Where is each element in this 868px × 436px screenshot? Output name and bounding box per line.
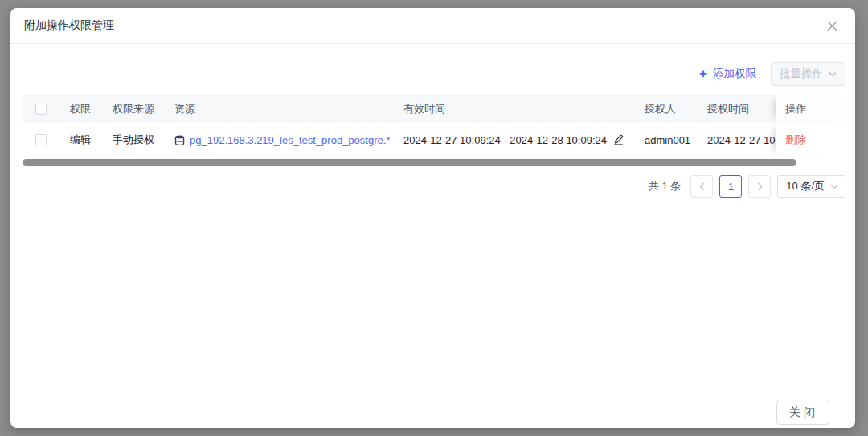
col-header-source: 权限来源	[103, 95, 165, 123]
chevron-right-icon	[757, 182, 763, 191]
cell-grant-time: 2024-12-27 10:09:24	[698, 123, 776, 157]
page-size-label: 10 条/页	[786, 179, 825, 194]
modal-footer: 关闭	[23, 397, 845, 428]
batch-actions-button[interactable]: 批量操作	[771, 62, 845, 86]
col-header-grantor: 授权人	[635, 95, 698, 123]
chevron-down-icon	[830, 184, 838, 189]
col-header-valid-time: 有效时间	[394, 95, 635, 123]
cell-grantor: admin001	[635, 123, 698, 157]
header-checkbox-cell	[23, 95, 60, 123]
table-header-row: 权限 权限来源 资源 有效时间 授权人 授权时间 操作	[23, 95, 845, 123]
cell-permission: 编辑	[60, 123, 103, 157]
resource-link-label: pg_192.168.3.219_les_test_prod_postgre.*	[190, 134, 390, 146]
chevron-left-icon	[699, 182, 705, 191]
col-header-grant-time: 授权时间	[698, 95, 776, 123]
add-permission-label: 添加权限	[713, 67, 756, 81]
database-icon	[174, 135, 185, 145]
toolbar: + 添加权限 批量操作	[23, 62, 845, 86]
batch-actions-label: 批量操作	[780, 67, 823, 81]
page-number-button[interactable]: 1	[719, 175, 742, 198]
close-button[interactable]: 关闭	[776, 401, 829, 425]
permissions-table: 权限 权限来源 资源 有效时间 授权人 授权时间 操作 编辑 手动授权	[23, 95, 845, 166]
chevron-down-icon	[829, 71, 837, 77]
pagination: 共 1 条 1 10 条/页	[23, 174, 845, 198]
resource-link[interactable]: pg_192.168.3.219_les_test_prod_postgre.*	[174, 134, 390, 146]
pagination-total: 共 1 条	[649, 179, 681, 194]
table-row: 编辑 手动授权 pg_192.168.3.219_les_test_prod_p…	[23, 123, 845, 157]
col-header-actions: 操作	[776, 95, 845, 123]
horizontal-scrollbar-thumb[interactable]	[23, 159, 796, 166]
valid-time-value: 2024-12-27 10:09:24 - 2024-12-28 10:09:2…	[403, 134, 607, 146]
col-header-resource: 资源	[165, 95, 394, 123]
pencil-icon	[613, 134, 624, 145]
cell-valid-time: 2024-12-27 10:09:24 - 2024-12-28 10:09:2…	[394, 123, 635, 157]
horizontal-scrollbar	[23, 158, 845, 166]
edit-valid-time-icon[interactable]	[613, 134, 624, 145]
delete-button[interactable]: 删除	[785, 132, 806, 147]
cell-resource: pg_192.168.3.219_les_test_prod_postgre.*	[165, 123, 394, 157]
cell-actions: 删除	[776, 123, 845, 157]
row-checkbox-cell	[23, 123, 60, 157]
col-header-permission: 权限	[60, 95, 103, 123]
overlay-backdrop: 附加操作权限管理 + 添加权限 批量操作	[0, 0, 868, 436]
cell-source: 手动授权	[103, 123, 165, 157]
plus-icon: +	[699, 67, 707, 80]
next-page-button[interactable]	[748, 175, 771, 198]
add-permission-button[interactable]: + 添加权限	[699, 67, 756, 81]
permission-modal: 附加操作权限管理 + 添加权限 批量操作	[10, 8, 855, 428]
modal-body: + 添加权限 批量操作 权限 权限来源 资源 有效时间 授权人	[10, 44, 855, 428]
close-icon[interactable]	[823, 17, 841, 35]
select-all-checkbox[interactable]	[35, 104, 47, 115]
prev-page-button[interactable]	[690, 175, 713, 198]
modal-title: 附加操作权限管理	[24, 18, 114, 33]
modal-header: 附加操作权限管理	[10, 8, 855, 44]
row-checkbox[interactable]	[35, 134, 47, 145]
page-size-select[interactable]: 10 条/页	[777, 175, 845, 198]
